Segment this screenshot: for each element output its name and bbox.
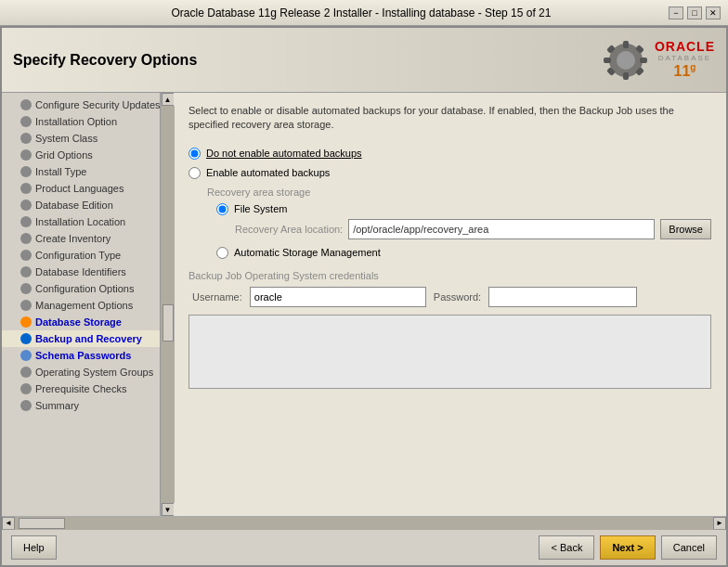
sidebar-item-product-languages[interactable]: Product Languages (2, 180, 160, 197)
asm-label[interactable]: Automatic Storage Management (234, 247, 381, 258)
sidebar-item-installation-option[interactable]: Installation Option (2, 113, 160, 130)
sidebar-item-configuration-type[interactable]: Configuration Type (2, 247, 160, 264)
no-backup-radio[interactable] (188, 148, 201, 160)
main-window: Specify Recovery Options ORACLE DATABASE (0, 26, 728, 567)
bullet-configuration-options (20, 283, 32, 294)
bottom-right: < Back Next > Cancel (539, 535, 717, 560)
svg-rect-2 (623, 41, 629, 48)
oracle-brand-logo: ORACLE DATABASE 11g (655, 39, 715, 80)
bullet-management-options (20, 300, 32, 311)
bullet-schema-passwords (20, 350, 32, 361)
svg-rect-5 (640, 58, 647, 63)
back-button[interactable]: < Back (539, 535, 594, 560)
bottom-bar: Help < Back Next > Cancel (2, 529, 726, 565)
scroll-up-button[interactable]: ▲ (162, 93, 175, 106)
recovery-area-storage-label: Recovery area storage (207, 187, 711, 198)
close-button[interactable]: ✕ (706, 6, 721, 19)
bullet-backup-recovery (20, 333, 32, 344)
main-content: Select to enable or disable automated ba… (174, 93, 726, 516)
sidebar-item-system-class[interactable]: System Class (2, 130, 160, 147)
file-system-radio[interactable] (216, 203, 228, 215)
file-system-label[interactable]: File System (234, 203, 287, 214)
scroll-track (162, 106, 175, 503)
window-title: Oracle Database 11g Release 2 Installer … (54, 6, 669, 19)
svg-point-1 (617, 51, 635, 70)
sidebar-scrollbar[interactable]: ▲ ▼ (161, 93, 174, 516)
bullet-create-inventory (20, 233, 32, 244)
sidebar: Configure Security Updates Installation … (2, 93, 161, 516)
bullet-prereq-checks (20, 383, 32, 394)
gear-icon (600, 37, 651, 84)
sidebar-item-grid-options[interactable]: Grid Options (2, 147, 160, 163)
sidebar-item-installation-location[interactable]: Installation Location (2, 213, 160, 230)
sidebar-item-create-inventory[interactable]: Create Inventory (2, 230, 160, 247)
scroll-thumb[interactable] (162, 304, 174, 341)
oracle-logo: ORACLE DATABASE 11g (600, 37, 715, 84)
bullet-database-storage (20, 316, 32, 328)
bullet-configure-security (20, 99, 32, 110)
sidebar-item-summary[interactable]: Summary (2, 397, 160, 414)
password-label: Password: (434, 291, 481, 303)
log-area (188, 315, 711, 389)
title-bar: Oracle Database 11g Release 2 Installer … (0, 0, 728, 26)
bullet-system-class (20, 133, 32, 144)
cancel-button[interactable]: Cancel (661, 535, 717, 560)
sidebar-item-backup-and-recovery[interactable]: Backup and Recovery (2, 330, 160, 347)
bullet-install-type (20, 166, 32, 177)
recovery-area-location-input[interactable] (348, 219, 655, 239)
next-button[interactable]: Next > (600, 535, 655, 560)
sidebar-item-management-options[interactable]: Management Options (2, 297, 160, 314)
recovery-area-storage-section: Recovery area storage File System Recove… (207, 187, 711, 259)
enable-backup-label[interactable]: Enable automated backups (206, 167, 330, 178)
username-input[interactable] (250, 287, 426, 307)
header: Specify Recovery Options ORACLE DATABASE (2, 28, 726, 93)
enable-backup-option[interactable]: Enable automated backups (188, 167, 711, 179)
recovery-area-location-row: Recovery Area location: Browse (235, 219, 711, 239)
scroll-right-button[interactable]: ► (713, 517, 726, 530)
svg-rect-3 (623, 72, 629, 80)
asm-option[interactable]: Automatic Storage Management (216, 247, 711, 259)
scroll-left-button[interactable]: ◄ (2, 517, 15, 530)
maximize-button[interactable]: □ (687, 6, 702, 19)
svg-rect-4 (604, 58, 611, 63)
window-controls: − □ ✕ (669, 6, 721, 19)
credentials-row: Username: Password: (192, 287, 711, 307)
scroll-h-track (15, 517, 713, 530)
enable-backup-radio[interactable] (188, 167, 201, 179)
sidebar-item-prerequisite-checks[interactable]: Prerequisite Checks (2, 380, 160, 397)
bullet-product-languages (20, 183, 32, 194)
scroll-h-thumb[interactable] (19, 518, 65, 529)
sidebar-item-database-storage[interactable]: Database Storage (2, 314, 160, 330)
username-label: Username: (192, 291, 242, 303)
sidebar-item-operating-system-groups[interactable]: Operating System Groups (2, 364, 160, 380)
bullet-database-edition (20, 200, 32, 211)
help-button[interactable]: Help (11, 535, 57, 560)
sidebar-item-configure-security-updates[interactable]: Configure Security Updates (2, 97, 160, 113)
recovery-area-location-label: Recovery Area location: (235, 224, 343, 235)
sidebar-item-install-type[interactable]: Install Type (2, 163, 160, 180)
horizontal-scrollbar[interactable]: ◄ ► (2, 516, 726, 529)
sidebar-item-database-edition[interactable]: Database Edition (2, 197, 160, 213)
content-area: Configure Security Updates Installation … (2, 93, 726, 516)
sidebar-item-schema-passwords[interactable]: Schema Passwords (2, 347, 160, 364)
sidebar-item-database-identifiers[interactable]: Database Identifiers (2, 264, 160, 280)
bullet-summary (20, 400, 32, 411)
bullet-database-identifiers (20, 266, 32, 277)
no-backup-option[interactable]: Do not enable automated backups (188, 148, 711, 160)
bullet-configuration-type (20, 250, 32, 261)
asm-radio[interactable] (216, 247, 228, 259)
no-backup-label[interactable]: Do not enable automated backups (206, 148, 362, 159)
bullet-installation-location (20, 216, 32, 227)
browse-button[interactable]: Browse (660, 219, 711, 239)
backup-credentials-section: Backup Job Operating System credentials … (188, 270, 711, 307)
file-system-option[interactable]: File System (216, 203, 711, 215)
sidebar-container: Configure Security Updates Installation … (2, 93, 174, 516)
password-input[interactable] (488, 287, 637, 307)
scroll-down-button[interactable]: ▼ (162, 503, 175, 516)
bullet-installation-option (20, 116, 32, 127)
bullet-grid-options (20, 149, 32, 161)
sidebar-item-configuration-options[interactable]: Configuration Options (2, 280, 160, 297)
minimize-button[interactable]: − (669, 6, 683, 19)
description-text: Select to enable or disable automated ba… (188, 104, 711, 133)
bullet-os-groups (20, 367, 32, 378)
